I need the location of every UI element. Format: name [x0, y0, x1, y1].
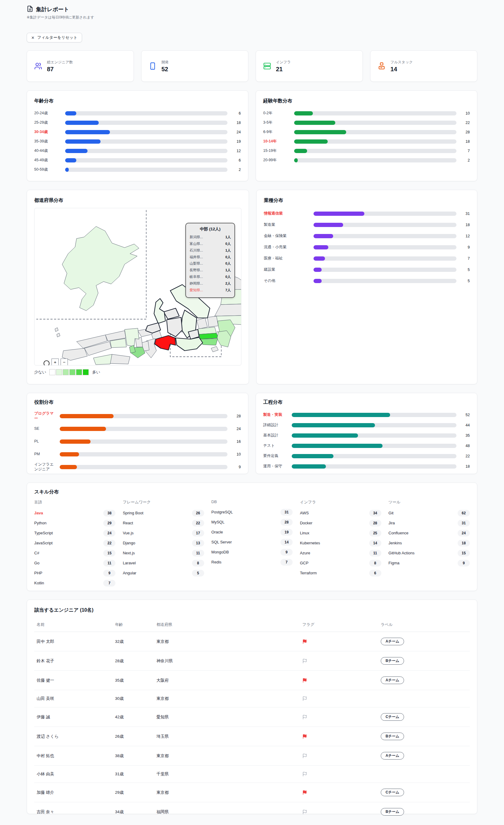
- cell-flag[interactable]: [300, 707, 378, 727]
- bar-row[interactable]: 製造業 18: [264, 219, 470, 230]
- bar-row[interactable]: 基本設計 35: [263, 430, 470, 441]
- japan-map[interactable]: 中部 (12人) 新潟県... 1人 富山県... 0人 石川県... 1人 福…: [34, 208, 241, 366]
- skill-item[interactable]: Jenkins 18: [389, 538, 470, 548]
- skill-item[interactable]: Kotlin 7: [34, 578, 115, 588]
- skill-item[interactable]: Azure 11: [300, 548, 381, 558]
- bar-row[interactable]: 建設業 5: [264, 264, 470, 275]
- skill-item[interactable]: Spring Boot 26: [123, 508, 204, 518]
- skill-item[interactable]: Linux 25: [300, 528, 381, 538]
- reset-filters-button[interactable]: ✕ フィルターをリセット: [27, 33, 82, 43]
- skill-item[interactable]: MySQL 28: [212, 517, 292, 527]
- bar-row[interactable]: 詳細設計 44: [263, 420, 470, 430]
- bar-row[interactable]: プログラマー 28: [34, 410, 241, 423]
- bar-value: 12: [461, 234, 470, 238]
- skill-item[interactable]: TypeScript 24: [34, 528, 115, 538]
- cell-flag[interactable]: [300, 746, 378, 766]
- stat-label: フルスタック: [391, 60, 413, 65]
- cell-flag[interactable]: [300, 802, 378, 822]
- bar-row[interactable]: 要件定義 22: [263, 451, 470, 461]
- bar-row[interactable]: 10-14年 18: [263, 137, 470, 146]
- bar-row[interactable]: 6-9年 28: [263, 127, 470, 137]
- skill-item[interactable]: Django 13: [123, 538, 204, 548]
- bar-row[interactable]: 35-39歳 19: [34, 137, 241, 146]
- skill-item[interactable]: Oracle 19: [212, 527, 292, 537]
- skill-item[interactable]: JavaScript 22: [34, 538, 115, 548]
- prefecture-kanagawa[interactable]: [200, 339, 218, 345]
- skill-item[interactable]: Python 29: [34, 518, 115, 528]
- skill-item[interactable]: Next.js 11: [123, 548, 204, 558]
- bar-row[interactable]: 運用・保守 18: [263, 461, 470, 472]
- stat-value: 21: [276, 66, 291, 73]
- skill-item[interactable]: GitHub Actions 15: [389, 548, 470, 558]
- bar-row[interactable]: SE 24: [34, 423, 241, 435]
- skill-item[interactable]: Git 62: [389, 508, 470, 518]
- skill-item[interactable]: Redis 7: [212, 557, 292, 567]
- map-zoom-in-button[interactable]: +: [52, 359, 59, 366]
- skill-item[interactable]: Java 38: [34, 508, 115, 518]
- skill-name: SQL Server: [212, 540, 232, 544]
- skill-item[interactable]: Figma 9: [389, 558, 470, 568]
- bar-row[interactable]: テスト 48: [263, 441, 470, 451]
- skill-item[interactable]: PHP 9: [34, 568, 115, 578]
- bar-row[interactable]: 50-59歳 2: [34, 165, 241, 174]
- skill-item[interactable]: Docker 28: [300, 518, 381, 528]
- cell-flag[interactable]: [300, 671, 378, 690]
- bar-category-label: 40-44歳: [34, 149, 61, 153]
- skill-item[interactable]: Go 11: [34, 558, 115, 568]
- cell-age: 30歳: [113, 690, 154, 707]
- skill-group-name: インフラ: [300, 500, 381, 505]
- prefecture-tokyo[interactable]: [199, 333, 218, 339]
- bar-track: [294, 111, 456, 116]
- column-header: フラグ: [300, 618, 378, 632]
- bar-fill: [292, 413, 390, 417]
- skill-name: Jira: [389, 521, 395, 525]
- cell-flag[interactable]: [300, 632, 378, 651]
- skill-item[interactable]: SQL Server 14: [212, 537, 292, 547]
- skill-item[interactable]: Confluence 24: [389, 528, 470, 538]
- bar-row[interactable]: 0-2年 10: [263, 108, 470, 118]
- bar-row[interactable]: 15-19年 7: [263, 146, 470, 155]
- cell-flag[interactable]: [300, 727, 378, 746]
- cell-flag[interactable]: [300, 766, 378, 783]
- skill-item[interactable]: Terraform 6: [300, 568, 381, 578]
- bar-row[interactable]: PL 16: [34, 435, 241, 448]
- map-zoom-out-button[interactable]: −: [61, 359, 68, 366]
- industry-bars: 情報通信業 31 製造業 18 金融・保険業 12 流通・小売業 9 医療・福祉…: [264, 208, 470, 286]
- skill-item[interactable]: Kubernetes 14: [300, 538, 381, 548]
- skill-item[interactable]: C# 15: [34, 548, 115, 558]
- bar-row[interactable]: 25-29歳 18: [34, 118, 241, 127]
- charts-row-2: 都道府県分布: [27, 190, 477, 384]
- bar-row[interactable]: 製造・実装 52: [263, 410, 470, 420]
- skill-count-badge: 34: [369, 510, 381, 516]
- cell-flag[interactable]: [300, 783, 378, 802]
- bar-row[interactable]: 20-99年 2: [263, 155, 470, 165]
- skill-item[interactable]: Vue.js 17: [123, 528, 204, 538]
- bar-row[interactable]: 30-34歳 24: [34, 127, 241, 137]
- skill-item[interactable]: MongoDB 9: [212, 547, 292, 557]
- stat-card: フルスタック 14: [370, 50, 477, 82]
- bar-row[interactable]: その他 5: [264, 275, 470, 286]
- skill-item[interactable]: React 22: [123, 518, 204, 528]
- cell-age: 28歳: [113, 651, 154, 671]
- skill-item[interactable]: Jira 31: [389, 518, 470, 528]
- skill-item[interactable]: Laravel 8: [123, 558, 204, 568]
- bar-row[interactable]: 金融・保険業 12: [264, 230, 470, 241]
- bar-row[interactable]: 40-44歳 12: [34, 146, 241, 155]
- bar-row[interactable]: 情報通信業 31: [264, 208, 470, 219]
- bar-row[interactable]: PM 10: [34, 448, 241, 461]
- bar-row[interactable]: 3-5年 22: [263, 118, 470, 127]
- skill-item[interactable]: AWS 34: [300, 508, 381, 518]
- skill-item[interactable]: PostgreSQL 31: [212, 507, 292, 517]
- cell-flag[interactable]: [300, 651, 378, 671]
- bar-row[interactable]: インフラエンジニア 9: [34, 461, 241, 473]
- bar-row[interactable]: 20-24歳 6: [34, 108, 241, 118]
- skill-item[interactable]: GCP 8: [300, 558, 381, 568]
- bar-row[interactable]: 流通・小売業 9: [264, 241, 470, 253]
- bar-row[interactable]: 医療・福祉 7: [264, 253, 470, 264]
- cell-flag[interactable]: [300, 690, 378, 707]
- prefecture-hokkaido[interactable]: [62, 226, 139, 311]
- bar-row[interactable]: 45-49歳 6: [34, 155, 241, 165]
- bar-category-label: 詳細設計: [263, 423, 287, 428]
- skill-count-badge: 15: [103, 550, 115, 556]
- skill-item[interactable]: Angular 5: [123, 568, 204, 578]
